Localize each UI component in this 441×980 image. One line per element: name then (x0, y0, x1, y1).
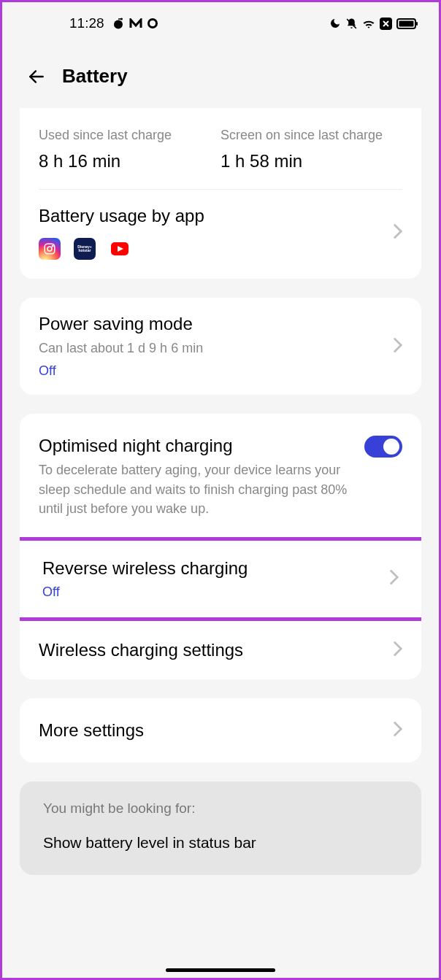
m-icon (129, 18, 142, 28)
card-power-saving: Power saving mode Can last about 1 d 9 h… (20, 298, 421, 395)
status-right (329, 18, 418, 30)
svg-rect-7 (416, 22, 418, 26)
svg-point-2 (148, 20, 156, 28)
bell-muted-icon (345, 18, 358, 30)
chevron-right-icon (394, 224, 402, 242)
since-last-charge: Used since last charge 8 h 16 min (39, 127, 220, 171)
app-icons-row: Disney+hotstar (39, 238, 385, 260)
suggestion-card[interactable]: You might be looking for: Show battery l… (20, 782, 421, 875)
status-notif-icons (112, 17, 158, 30)
status-bar: 11:28 (2, 2, 439, 39)
status-time: 11:28 (69, 15, 104, 31)
more-settings[interactable]: More settings (20, 698, 421, 763)
wireless-charging-settings[interactable]: Wireless charging settings (20, 621, 421, 679)
screen-on-label: Screen on since last charge (220, 127, 402, 144)
svg-point-11 (52, 246, 53, 247)
moon-icon (329, 18, 341, 29)
reddit-icon (112, 17, 125, 30)
content-area: Used since last charge 8 h 16 min Screen… (2, 108, 439, 875)
chevron-right-icon (394, 722, 402, 739)
since-last-charge-value: 8 h 16 min (39, 151, 220, 171)
card-more: More settings (20, 698, 421, 763)
reverse-title: Reverse wireless charging (42, 558, 381, 579)
card-usage: Used since last charge 8 h 16 min Screen… (20, 108, 421, 279)
usage-stats: Used since last charge 8 h 16 min Screen… (20, 108, 421, 189)
suggestion-label: You might be looking for: (43, 800, 398, 817)
card-charging: Optimised night charging To decelerate b… (20, 414, 421, 679)
disney-hotstar-icon: Disney+hotstar (74, 238, 96, 260)
reverse-status: Off (42, 584, 381, 600)
battery-usage-by-app[interactable]: Battery usage by app Disney+hotstar (20, 190, 421, 279)
battery-usage-title: Battery usage by app (39, 206, 385, 226)
circle-icon (147, 18, 158, 29)
wifi-icon (362, 18, 375, 28)
youtube-icon (109, 238, 131, 260)
svg-point-0 (114, 20, 123, 29)
since-last-charge-label: Used since last charge (39, 127, 220, 144)
battery-icon (396, 18, 418, 29)
optimised-night-charging[interactable]: Optimised night charging To decelerate b… (20, 414, 421, 536)
optimised-title: Optimised night charging (39, 436, 356, 456)
reverse-wireless-charging[interactable]: Reverse wireless charging Off (20, 541, 421, 617)
back-icon[interactable] (27, 67, 46, 86)
instagram-icon (39, 238, 61, 260)
power-saving-sub: Can last about 1 d 9 h 6 min (39, 339, 385, 358)
chevron-right-icon (394, 338, 402, 355)
optimised-toggle[interactable] (364, 436, 402, 458)
status-left: 11:28 (69, 15, 158, 31)
svg-point-10 (47, 247, 52, 251)
screen-on-value: 1 h 58 min (220, 151, 402, 171)
suggestion-title: Show battery level in status bar (43, 834, 398, 852)
screen-on: Screen on since last charge 1 h 58 min (220, 127, 402, 171)
power-saving-title: Power saving mode (39, 314, 385, 334)
chevron-right-icon (390, 570, 399, 587)
optimised-sub: To decelerate battery aging, your device… (39, 460, 356, 517)
svg-rect-6 (399, 20, 414, 26)
chevron-right-icon (394, 641, 402, 659)
signal-badge-icon (380, 18, 392, 30)
home-indicator[interactable] (166, 968, 275, 972)
power-saving-mode[interactable]: Power saving mode Can last about 1 d 9 h… (20, 298, 421, 395)
highlight-annotation: Reverse wireless charging Off (20, 537, 421, 621)
power-saving-status: Off (39, 363, 385, 379)
page-title: Battery (62, 65, 128, 88)
more-settings-title: More settings (39, 720, 385, 741)
page-header: Battery (2, 39, 439, 108)
wireless-settings-title: Wireless charging settings (39, 640, 385, 660)
